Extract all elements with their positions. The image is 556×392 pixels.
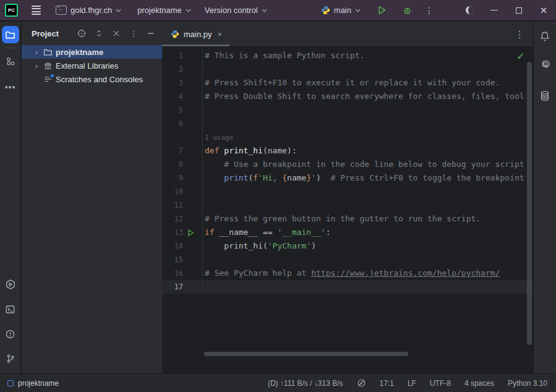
indent-widget[interactable]: 4 spaces <box>463 378 495 389</box>
code-text: # Press Double Shift to search everywher… <box>203 90 524 103</box>
select-opened-file-icon[interactable] <box>75 27 88 40</box>
status-project-widget[interactable]: projektname <box>7 379 59 388</box>
code-line[interactable]: 4# Press Double Shift to search everywhe… <box>162 90 533 103</box>
title-bar: PC gold.fhgr.ch projektname Version cont… <box>0 0 556 21</box>
tab-label: main.py <box>184 30 212 39</box>
code-text: # Press Shift+F10 to execute it or repla… <box>203 76 500 90</box>
network-speed-widget[interactable]: (D) ↑111 B/s / ↓313 B/s <box>267 378 344 389</box>
code-line[interactable]: 14 print_hi('PyCharm') <box>162 239 533 253</box>
code-text <box>203 103 205 117</box>
horizontal-scrollbar[interactable] <box>204 352 408 356</box>
project-selector[interactable]: projektname <box>134 3 195 17</box>
tab-options-icon[interactable]: ⋮ <box>515 28 524 40</box>
line-number: 1 <box>162 49 183 62</box>
code-line[interactable]: 2 <box>162 62 533 76</box>
highlighting-off-icon[interactable] <box>356 377 367 389</box>
remote-host-selector[interactable]: gold.fhgr.ch <box>52 3 125 17</box>
code-line[interactable]: 8 # Use a breakpoint in the code line be… <box>162 158 533 171</box>
tree-item-projektname[interactable]: › projektname <box>22 45 162 59</box>
line-number: 17 <box>162 280 183 294</box>
main-menu-button[interactable] <box>29 3 43 17</box>
line-number: 13 <box>162 226 183 239</box>
pycharm-logo-icon: PC <box>5 4 18 17</box>
inspections-ok-icon[interactable]: ✓ <box>516 51 524 62</box>
more-toolwindows-button[interactable]: ••• <box>2 79 19 96</box>
code-text: # Press the green button in the gutter t… <box>203 212 481 226</box>
code-line[interactable]: 15 <box>162 253 533 266</box>
python-file-icon <box>171 30 179 38</box>
code-line[interactable]: 17 <box>162 280 533 294</box>
theme-toggle-moon-icon[interactable] <box>457 0 482 21</box>
project-panel-header: Project ⋮ <box>22 22 162 45</box>
interpreter-widget[interactable]: Python 3.10 <box>507 378 549 389</box>
encoding-widget[interactable]: UTF-8 <box>429 378 452 389</box>
code-line[interactable]: 13if __name__ == '__main__': <box>162 226 533 239</box>
editor-tab-bar: main.py × ⋮ <box>162 22 533 47</box>
line-number: 9 <box>162 171 183 185</box>
database-icon[interactable] <box>536 87 554 104</box>
line-number: 16 <box>162 266 183 280</box>
collapse-all-icon[interactable] <box>110 27 122 40</box>
problems-toolwindow-button[interactable] <box>2 325 19 343</box>
code-text: 1 usage <box>203 130 233 144</box>
run-line-icon[interactable] <box>183 226 198 239</box>
panel-options-icon[interactable]: ⋮ <box>127 27 140 40</box>
run-configuration-selector[interactable]: main <box>317 3 364 17</box>
code-line[interactable]: 7def print_hi(name): <box>162 144 533 158</box>
host-label: gold.fhgr.ch <box>71 6 112 15</box>
line-separator-widget[interactable]: LF <box>406 378 417 389</box>
code-text <box>203 253 205 266</box>
tab-main-py[interactable]: main.py × <box>162 22 229 46</box>
minimize-button[interactable] <box>482 0 507 21</box>
code-text: # This is a sample Python script. <box>203 49 364 62</box>
code-line[interactable]: 1 usage <box>162 130 533 144</box>
project-toolwindow-button[interactable] <box>2 26 19 43</box>
code-line[interactable]: 9 print(f'Hi, {name}') # Press Ctrl+F8 t… <box>162 171 533 185</box>
tree-item-scratches[interactable]: Scratches and Consoles <box>22 72 162 86</box>
code-text: if __name__ == '__main__': <box>203 226 331 239</box>
left-tool-strip: ••• <box>0 22 21 373</box>
chevron-down-icon <box>262 9 267 12</box>
code-line[interactable]: 12# Press the green button in the gutter… <box>162 212 533 226</box>
vcs-menu[interactable]: Version control <box>201 3 271 17</box>
tab-close-icon[interactable]: × <box>216 30 224 39</box>
debug-button[interactable] <box>400 2 415 18</box>
code-text: def print_hi(name): <box>203 144 297 158</box>
code-editor[interactable]: ✓ 1# This is a sample Python script.23# … <box>162 47 533 373</box>
pycharm-window: PC gold.fhgr.ch projektname Version cont… <box>0 0 556 392</box>
line-number: 3 <box>162 76 183 90</box>
code-line[interactable]: 5 <box>162 103 533 117</box>
close-button[interactable]: ✕ <box>531 0 556 21</box>
code-line[interactable]: 1# This is a sample Python script. <box>162 49 533 62</box>
more-actions-button[interactable]: ⋮ <box>422 3 436 18</box>
vcs-label: Version control <box>205 6 258 15</box>
caret-position-widget[interactable]: 17:1 <box>379 378 395 389</box>
chevron-down-icon <box>116 9 121 12</box>
ai-assistant-icon[interactable] <box>536 58 554 75</box>
expand-all-icon[interactable] <box>93 27 105 40</box>
code-line[interactable]: 6 <box>162 117 533 130</box>
code-line[interactable]: 11 <box>162 198 533 212</box>
editor-area: main.py × ⋮ ✓ 1# This is a sample Python… <box>162 22 533 373</box>
right-tool-strip <box>533 22 556 373</box>
code-line[interactable]: 16# See PyCharm help at https://www.jetb… <box>162 266 533 280</box>
structure-toolwindow-button[interactable] <box>2 53 19 70</box>
notifications-bell-icon[interactable] <box>536 28 554 45</box>
chevron-right-icon[interactable]: › <box>33 61 40 70</box>
chevron-right-icon[interactable]: › <box>33 48 40 57</box>
terminal-toolwindow-button[interactable] <box>2 300 19 318</box>
code-text <box>203 117 205 130</box>
code-line[interactable]: 3# Press Shift+F10 to execute it or repl… <box>162 76 533 90</box>
maximize-button[interactable] <box>507 0 531 21</box>
terminal-host-icon <box>56 6 67 15</box>
version-control-toolwindow-button[interactable] <box>2 350 19 367</box>
library-icon <box>43 61 53 71</box>
tree-item-external-libraries[interactable]: › External Libraries <box>22 59 162 72</box>
vertical-scrollbar[interactable] <box>527 62 532 345</box>
services-toolwindow-button[interactable] <box>2 276 19 293</box>
project-panel-title: Project <box>32 29 59 38</box>
line-number: 2 <box>162 62 183 76</box>
run-button[interactable] <box>374 2 390 18</box>
hide-panel-icon[interactable] <box>145 27 157 40</box>
code-line[interactable]: 10 <box>162 185 533 198</box>
